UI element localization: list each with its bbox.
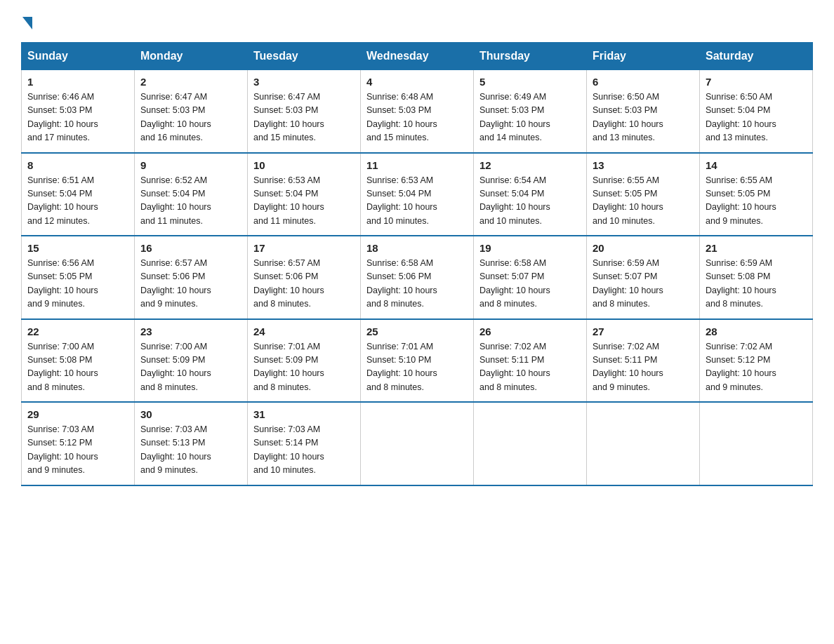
column-header-thursday: Thursday — [474, 43, 587, 70]
calendar-cell: 26Sunrise: 7:02 AMSunset: 5:11 PMDayligh… — [474, 319, 587, 403]
day-info: Sunrise: 7:03 AMSunset: 5:12 PMDaylight:… — [27, 423, 128, 478]
calendar-cell: 9Sunrise: 6:52 AMSunset: 5:04 PMDaylight… — [135, 153, 248, 236]
calendar-cell: 17Sunrise: 6:57 AMSunset: 5:06 PMDayligh… — [248, 236, 361, 319]
day-number: 18 — [366, 242, 468, 254]
day-number: 6 — [593, 76, 694, 88]
column-header-wednesday: Wednesday — [361, 43, 474, 70]
calendar-week-row: 22Sunrise: 7:00 AMSunset: 5:08 PMDayligh… — [22, 319, 813, 403]
calendar-cell: 19Sunrise: 6:58 AMSunset: 5:07 PMDayligh… — [474, 236, 587, 319]
day-info: Sunrise: 6:49 AMSunset: 5:03 PMDaylight:… — [479, 90, 581, 145]
day-number: 3 — [253, 76, 355, 88]
day-number: 25 — [366, 326, 468, 337]
day-info: Sunrise: 6:46 AMSunset: 5:03 PMDaylight:… — [27, 90, 128, 145]
day-number: 22 — [27, 326, 128, 337]
day-info: Sunrise: 6:53 AMSunset: 5:04 PMDaylight:… — [253, 174, 355, 229]
calendar-cell: 29Sunrise: 7:03 AMSunset: 5:12 PMDayligh… — [22, 402, 135, 485]
day-number: 20 — [593, 242, 694, 254]
day-info: Sunrise: 6:51 AMSunset: 5:04 PMDaylight:… — [27, 174, 128, 229]
day-number: 26 — [479, 326, 581, 337]
day-info: Sunrise: 6:48 AMSunset: 5:03 PMDaylight:… — [366, 90, 468, 145]
logo — [21, 17, 32, 28]
day-number: 23 — [140, 326, 241, 337]
calendar-cell: 30Sunrise: 7:03 AMSunset: 5:13 PMDayligh… — [135, 402, 248, 485]
column-header-sunday: Sunday — [22, 43, 135, 70]
day-number: 13 — [593, 159, 694, 171]
day-number: 28 — [706, 326, 807, 337]
column-header-monday: Monday — [135, 43, 248, 70]
calendar-cell: 31Sunrise: 7:03 AMSunset: 5:14 PMDayligh… — [248, 402, 361, 485]
day-info: Sunrise: 6:50 AMSunset: 5:04 PMDaylight:… — [706, 90, 807, 145]
calendar-cell: 8Sunrise: 6:51 AMSunset: 5:04 PMDaylight… — [22, 153, 135, 236]
calendar-cell: 12Sunrise: 6:54 AMSunset: 5:04 PMDayligh… — [474, 153, 587, 236]
day-info: Sunrise: 6:47 AMSunset: 5:03 PMDaylight:… — [253, 90, 355, 145]
calendar-cell: 13Sunrise: 6:55 AMSunset: 5:05 PMDayligh… — [587, 153, 700, 236]
calendar-week-row: 15Sunrise: 6:56 AMSunset: 5:05 PMDayligh… — [22, 236, 813, 319]
day-info: Sunrise: 7:01 AMSunset: 5:10 PMDaylight:… — [366, 340, 468, 395]
day-info: Sunrise: 6:50 AMSunset: 5:03 PMDaylight:… — [593, 90, 694, 145]
calendar-cell — [700, 402, 813, 485]
day-number: 19 — [479, 242, 581, 254]
day-number: 2 — [140, 76, 241, 88]
calendar-cell: 28Sunrise: 7:02 AMSunset: 5:12 PMDayligh… — [700, 319, 813, 403]
calendar-cell — [587, 402, 700, 485]
calendar-cell: 10Sunrise: 6:53 AMSunset: 5:04 PMDayligh… — [248, 153, 361, 236]
calendar-cell: 23Sunrise: 7:00 AMSunset: 5:09 PMDayligh… — [135, 319, 248, 403]
calendar-table: SundayMondayTuesdayWednesdayThursdayFrid… — [21, 42, 813, 486]
day-number: 15 — [27, 242, 128, 254]
logo-arrow-shape — [22, 17, 32, 29]
day-number: 31 — [253, 408, 355, 420]
calendar-cell: 2Sunrise: 6:47 AMSunset: 5:03 PMDaylight… — [135, 70, 248, 153]
calendar-cell: 20Sunrise: 6:59 AMSunset: 5:07 PMDayligh… — [587, 236, 700, 319]
calendar-cell: 27Sunrise: 7:02 AMSunset: 5:11 PMDayligh… — [587, 319, 700, 403]
day-info: Sunrise: 6:54 AMSunset: 5:04 PMDaylight:… — [479, 174, 581, 229]
day-number: 16 — [140, 242, 241, 254]
calendar-cell: 21Sunrise: 6:59 AMSunset: 5:08 PMDayligh… — [700, 236, 813, 319]
logo-arrow — [22, 17, 32, 28]
column-header-tuesday: Tuesday — [248, 43, 361, 70]
day-number: 11 — [366, 159, 468, 171]
calendar-cell: 15Sunrise: 6:56 AMSunset: 5:05 PMDayligh… — [22, 236, 135, 319]
day-number: 1 — [27, 76, 128, 88]
day-info: Sunrise: 6:53 AMSunset: 5:04 PMDaylight:… — [366, 174, 468, 229]
day-number: 8 — [27, 159, 128, 171]
calendar-week-row: 8Sunrise: 6:51 AMSunset: 5:04 PMDaylight… — [22, 153, 813, 236]
day-info: Sunrise: 7:00 AMSunset: 5:08 PMDaylight:… — [27, 340, 128, 395]
calendar-cell: 24Sunrise: 7:01 AMSunset: 5:09 PMDayligh… — [248, 319, 361, 403]
day-number: 12 — [479, 159, 581, 171]
day-number: 27 — [593, 326, 694, 337]
calendar-cell: 4Sunrise: 6:48 AMSunset: 5:03 PMDaylight… — [361, 70, 474, 153]
day-number: 14 — [706, 159, 807, 171]
calendar-cell: 18Sunrise: 6:58 AMSunset: 5:06 PMDayligh… — [361, 236, 474, 319]
day-number: 10 — [253, 159, 355, 171]
day-info: Sunrise: 7:02 AMSunset: 5:11 PMDaylight:… — [479, 340, 581, 395]
day-number: 9 — [140, 159, 241, 171]
calendar-week-row: 1Sunrise: 6:46 AMSunset: 5:03 PMDaylight… — [22, 70, 813, 153]
column-header-saturday: Saturday — [700, 43, 813, 70]
calendar-header-row: SundayMondayTuesdayWednesdayThursdayFrid… — [22, 43, 813, 70]
calendar-cell: 3Sunrise: 6:47 AMSunset: 5:03 PMDaylight… — [248, 70, 361, 153]
calendar-week-row: 29Sunrise: 7:03 AMSunset: 5:12 PMDayligh… — [22, 402, 813, 485]
page-header — [21, 17, 813, 28]
day-info: Sunrise: 7:03 AMSunset: 5:13 PMDaylight:… — [140, 423, 241, 478]
day-info: Sunrise: 6:52 AMSunset: 5:04 PMDaylight:… — [140, 174, 241, 229]
day-number: 21 — [706, 242, 807, 254]
day-info: Sunrise: 6:55 AMSunset: 5:05 PMDaylight:… — [706, 174, 807, 229]
day-info: Sunrise: 6:47 AMSunset: 5:03 PMDaylight:… — [140, 90, 241, 145]
day-info: Sunrise: 7:02 AMSunset: 5:11 PMDaylight:… — [593, 340, 694, 395]
day-number: 5 — [479, 76, 581, 88]
calendar-cell — [474, 402, 587, 485]
day-info: Sunrise: 6:57 AMSunset: 5:06 PMDaylight:… — [253, 257, 355, 311]
calendar-cell: 7Sunrise: 6:50 AMSunset: 5:04 PMDaylight… — [700, 70, 813, 153]
calendar-cell: 16Sunrise: 6:57 AMSunset: 5:06 PMDayligh… — [135, 236, 248, 319]
day-number: 17 — [253, 242, 355, 254]
calendar-cell: 6Sunrise: 6:50 AMSunset: 5:03 PMDaylight… — [587, 70, 700, 153]
day-info: Sunrise: 7:02 AMSunset: 5:12 PMDaylight:… — [706, 340, 807, 395]
calendar-cell: 22Sunrise: 7:00 AMSunset: 5:08 PMDayligh… — [22, 319, 135, 403]
day-info: Sunrise: 6:58 AMSunset: 5:06 PMDaylight:… — [366, 257, 468, 311]
day-info: Sunrise: 6:57 AMSunset: 5:06 PMDaylight:… — [140, 257, 241, 311]
day-info: Sunrise: 6:55 AMSunset: 5:05 PMDaylight:… — [593, 174, 694, 229]
day-info: Sunrise: 7:00 AMSunset: 5:09 PMDaylight:… — [140, 340, 241, 395]
day-number: 24 — [253, 326, 355, 337]
day-info: Sunrise: 7:03 AMSunset: 5:14 PMDaylight:… — [253, 423, 355, 478]
day-info: Sunrise: 6:56 AMSunset: 5:05 PMDaylight:… — [27, 257, 128, 311]
